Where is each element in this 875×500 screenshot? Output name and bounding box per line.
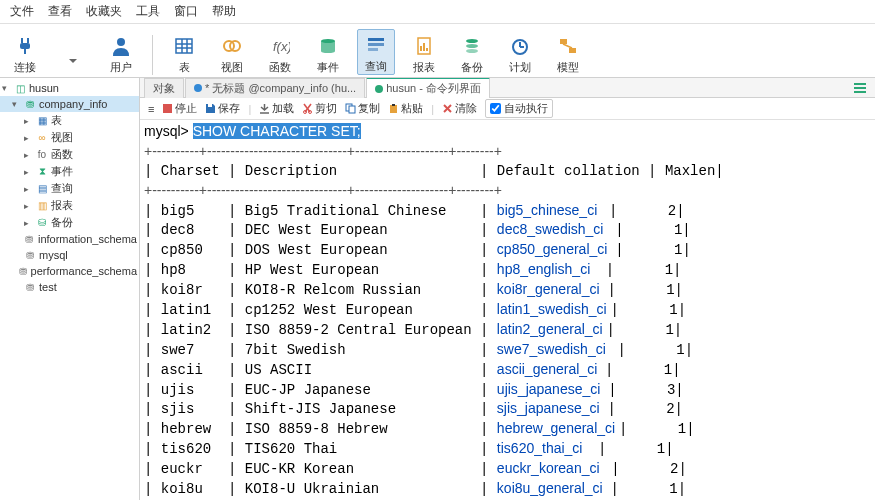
tree-caret-icon: ▸ [24,133,33,143]
menu-item-1[interactable]: 查看 [48,3,72,20]
svg-rect-43 [392,104,395,106]
tree-item-performance-schema[interactable]: ⛃performance_schema [0,263,139,279]
svg-rect-30 [854,83,866,85]
plug-icon [13,34,37,58]
menu-item-0[interactable]: 文件 [10,3,34,20]
svg-rect-32 [854,91,866,93]
hamburger-icon[interactable]: ≡ [148,103,154,115]
tree-item---[interactable]: ▸▥报表 [0,197,139,214]
load-icon [259,103,270,114]
tab-bar: 对象* 无标题 @company_info (hu...husun - 命令列界… [140,78,875,98]
tree-item-label: 视图 [51,130,73,145]
tab-dot-icon [375,85,383,93]
toolbar-view-icon[interactable]: 视图 [213,29,251,75]
toolbar-report-icon[interactable]: 报表 [405,29,443,75]
toolbar-dropdown-icon[interactable] [54,29,92,75]
toolbar-backup-icon[interactable]: 备份 [453,29,491,75]
database-icon: ⛃ [23,248,37,262]
svg-point-4 [117,38,125,46]
svg-rect-18 [420,46,422,51]
toolbar-plug-icon[interactable]: 连接 [6,29,44,75]
sidebar-tree: ▾◫husun▾⛃company_info▸▦表▸∞视图▸fo函数▸⧗事件▸▤查… [0,78,140,500]
tab-1[interactable]: * 无标题 @company_info (hu... [185,78,365,98]
svg-rect-2 [20,43,30,49]
user-icon [109,34,133,58]
menu-item-5[interactable]: 帮助 [212,3,236,20]
terminal-command: SHOW CHARACTER SET; [193,123,361,139]
toolbar2-label: 复制 [358,101,380,116]
schedule-icon [508,34,532,58]
tree-item---[interactable]: ▸⧗事件 [0,163,139,180]
tab-2[interactable]: husun - 命令列界面 [366,78,490,98]
paste-icon [388,103,399,114]
toolbar2-label: 停止 [175,101,197,116]
tree-item-label: 表 [51,113,62,128]
tree-caret-icon: ▾ [12,99,21,109]
toolbar2-separator: | [248,103,251,115]
tree-item---[interactable]: ▸▤查询 [0,180,139,197]
toolbar-label: 视图 [221,60,243,75]
tree-item-label: information_schema [38,233,137,245]
report-icon: ▥ [35,199,49,213]
backup-icon [460,34,484,58]
toolbar-query-icon[interactable]: 查询 [357,29,395,75]
tree-item---[interactable]: ▸fo函数 [0,146,139,163]
model-icon [556,34,580,58]
save-icon [205,103,216,114]
tree-item---[interactable]: ▸∞视图 [0,129,139,146]
tab-overflow-icon[interactable] [853,81,867,95]
toolbar2-stop-icon[interactable]: 停止 [162,101,197,116]
tree-item-husun[interactable]: ▾◫husun [0,80,139,96]
toolbar2-load-icon[interactable]: 加载 [259,101,294,116]
tree-item-label: 函数 [51,147,73,162]
auto-execute-checkbox[interactable]: 自动执行 [485,99,553,118]
tree-item-label: 事件 [51,164,73,179]
table-icon [172,34,196,58]
toolbar2-label: 加载 [272,101,294,116]
svg-line-29 [563,44,572,48]
toolbar-schedule-icon[interactable]: 计划 [501,29,539,75]
toolbar-fx-icon[interactable]: f(x)函数 [261,29,299,75]
tab-label: 对象 [153,81,175,96]
toolbar-label: 用户 [110,60,132,75]
menu-item-2[interactable]: 收藏夹 [86,3,122,20]
toolbar2-copy-icon[interactable]: 复制 [345,101,380,116]
tree-item---[interactable]: ▸⛁备份 [0,214,139,231]
menu-item-3[interactable]: 工具 [136,3,160,20]
tree-item-mysql[interactable]: ⛃mysql [0,247,139,263]
query-icon [364,33,388,57]
toolbar-table-icon[interactable]: 表 [165,29,203,75]
tab-0[interactable]: 对象 [144,78,184,98]
svg-rect-5 [176,39,192,53]
svg-point-23 [466,49,478,53]
toolbar2-label: 清除 [455,101,477,116]
toolbar2-cut-icon[interactable]: 剪切 [302,101,337,116]
toolbar-event-icon[interactable]: 事件 [309,29,347,75]
tree-caret-icon: ▾ [2,83,11,93]
database-icon: ⛃ [23,232,36,246]
tree-item--[interactable]: ▸▦表 [0,112,139,129]
auto-execute-input[interactable] [490,103,501,114]
tree-item-information-schema[interactable]: ⛃information_schema [0,231,139,247]
report-icon [412,34,436,58]
toolbar2-clear-icon[interactable]: 清除 [442,101,477,116]
toolbar-label: 查询 [365,59,387,74]
tree-item-company-info[interactable]: ▾⛃company_info [0,96,139,112]
tree-item-label: performance_schema [31,265,137,277]
toolbar-user-icon[interactable]: 用户 [102,29,140,75]
svg-text:f(x): f(x) [273,39,290,54]
tree-caret-icon: ▸ [24,218,33,228]
toolbar2-label: 剪切 [315,101,337,116]
menu-item-4[interactable]: 窗口 [174,3,198,20]
view-icon: ∞ [35,131,49,145]
svg-rect-27 [560,39,567,44]
toolbar2-save-icon[interactable]: 保存 [205,101,240,116]
toolbar2-paste-icon[interactable]: 粘贴 [388,101,423,116]
terminal-output[interactable]: mysql> SHOW CHARACTER SET; +----------+-… [140,120,875,500]
toolbar-model-icon[interactable]: 模型 [549,29,587,75]
svg-rect-15 [368,43,384,46]
tree-item-label: husun [29,82,59,94]
dropdown-icon [61,49,85,73]
tree-item-test[interactable]: ⛃test [0,279,139,295]
tab-label: husun - 命令列界面 [386,81,481,96]
